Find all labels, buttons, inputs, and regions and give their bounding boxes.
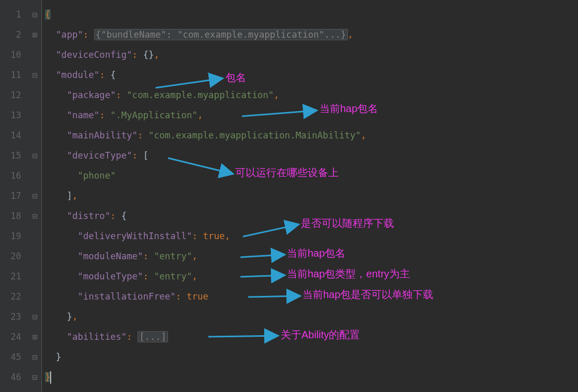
line-number: 18 xyxy=(0,206,21,226)
json-value: "phone" xyxy=(78,170,116,181)
json-key: "abilities" xyxy=(67,332,127,342)
line-number: 46 xyxy=(0,367,21,387)
line-number: 45 xyxy=(0,347,21,367)
fold-gutter-cell xyxy=(28,287,41,307)
code-line[interactable]: ], xyxy=(45,186,578,206)
json-key: "module" xyxy=(56,70,99,80)
line-number: 20 xyxy=(0,246,21,266)
code-line[interactable]: "mainAbility": "com.example.myapplicatio… xyxy=(45,126,578,146)
json-value: "com.example.myapplication" xyxy=(127,90,273,100)
fold-toggle-expand-icon[interactable]: ⊞ xyxy=(28,327,41,347)
json-key: "installationFree" xyxy=(78,291,176,302)
fold-toggle-collapse-icon[interactable]: ⊟ xyxy=(28,347,41,367)
code-line[interactable]: "deviceConfig": {}, xyxy=(45,45,578,65)
json-key: "app" xyxy=(56,29,83,40)
line-number: 10 xyxy=(0,45,21,65)
line-number: 22 xyxy=(0,287,21,307)
line-number: 12 xyxy=(0,85,21,105)
folded-region[interactable]: {"bundleName": "com.example.myapplicatio… xyxy=(94,29,348,40)
code-line[interactable]: "name": ".MyApplication", xyxy=(45,105,578,126)
line-number: 15 xyxy=(0,146,21,166)
fold-gutter-cell xyxy=(28,85,41,105)
code-line[interactable]: "moduleName": "entry", xyxy=(45,246,578,266)
fold-gutter-cell xyxy=(28,246,41,266)
fold-gutter-cell xyxy=(28,126,41,146)
code-line[interactable]: "module": { xyxy=(45,65,578,85)
json-key: "mainAbility" xyxy=(67,130,138,140)
code-editor: 1 2 10 11 12 13 14 15 16 17 18 19 20 21 … xyxy=(0,0,578,392)
fold-gutter-cell xyxy=(28,166,41,186)
line-number: 13 xyxy=(0,105,21,126)
json-key: "name" xyxy=(67,110,99,120)
text-caret xyxy=(50,371,51,384)
line-number: 24 xyxy=(0,327,21,347)
line-number: 21 xyxy=(0,266,21,287)
code-line[interactable]: "deviceType": [ xyxy=(45,146,578,166)
line-number: 19 xyxy=(0,226,21,246)
json-value: "entry" xyxy=(154,271,192,281)
line-number: 11 xyxy=(0,65,21,85)
json-value: {} xyxy=(143,50,154,60)
code-line[interactable]: "moduleType": "entry", xyxy=(45,266,578,287)
code-line[interactable]: } xyxy=(45,347,578,367)
json-key: "distro" xyxy=(67,211,110,221)
code-line[interactable]: "installationFree": true xyxy=(45,287,578,307)
code-line[interactable]: "phone" xyxy=(45,166,578,186)
code-line[interactable]: "distro": { xyxy=(45,206,578,226)
code-area[interactable]: { "app": {"bundleName": "com.example.mya… xyxy=(42,0,578,392)
json-key: "moduleType" xyxy=(78,271,143,281)
fold-toggle-collapse-icon[interactable]: ⊟ xyxy=(28,146,41,166)
fold-toggle-collapse-icon[interactable]: ⊟ xyxy=(28,65,41,85)
line-number-gutter: 1 2 10 11 12 13 14 15 16 17 18 19 20 21 … xyxy=(0,0,28,392)
code-line[interactable]: } xyxy=(45,367,578,387)
fold-toggle-collapse-icon[interactable]: ⊟ xyxy=(28,5,41,25)
json-value: true xyxy=(187,291,208,302)
line-number: 14 xyxy=(0,126,21,146)
code-line[interactable]: }, xyxy=(45,307,578,327)
code-line[interactable]: "package": "com.example.myapplication", xyxy=(45,85,578,105)
fold-toggle-collapse-icon[interactable]: ⊟ xyxy=(28,186,41,206)
fold-toggle-collapse-icon[interactable]: ⊟ xyxy=(28,367,41,387)
json-key: "deviceConfig" xyxy=(56,50,132,60)
code-line[interactable]: "abilities": [...] xyxy=(45,327,578,347)
line-number: 2 xyxy=(0,25,21,45)
line-number: 17 xyxy=(0,186,21,206)
json-value: true xyxy=(203,231,225,241)
json-value: "entry" xyxy=(154,251,192,261)
fold-gutter-cell xyxy=(28,45,41,65)
fold-gutter-cell xyxy=(28,226,41,246)
fold-toggle-collapse-icon[interactable]: ⊟ xyxy=(28,206,41,226)
json-value: "com.example.myapplication.MainAbility" xyxy=(148,130,361,140)
folded-region[interactable]: [...] xyxy=(138,331,168,342)
open-brace: { xyxy=(45,9,51,20)
json-key: "package" xyxy=(67,90,116,100)
fold-gutter: ⊟ ⊞ ⊟ ⊟ ⊟ ⊟ ⊟ ⊞ ⊟ ⊟ xyxy=(28,0,42,392)
fold-toggle-collapse-icon[interactable]: ⊟ xyxy=(28,307,41,327)
json-key: "moduleName" xyxy=(78,251,143,261)
fold-gutter-cell xyxy=(28,105,41,126)
line-number: 23 xyxy=(0,307,21,327)
fold-toggle-expand-icon[interactable]: ⊞ xyxy=(28,25,41,45)
code-line[interactable]: "app": {"bundleName": "com.example.myapp… xyxy=(45,25,578,45)
json-key: "deviceType" xyxy=(67,150,132,161)
line-number: 16 xyxy=(0,166,21,186)
code-line[interactable]: { xyxy=(45,5,578,25)
code-line[interactable]: "deliveryWithInstall": true, xyxy=(45,226,578,246)
json-key: "deliveryWithInstall" xyxy=(78,231,192,241)
fold-gutter-cell xyxy=(28,266,41,287)
line-number: 1 xyxy=(0,5,21,25)
json-value: ".MyApplication" xyxy=(110,110,197,120)
